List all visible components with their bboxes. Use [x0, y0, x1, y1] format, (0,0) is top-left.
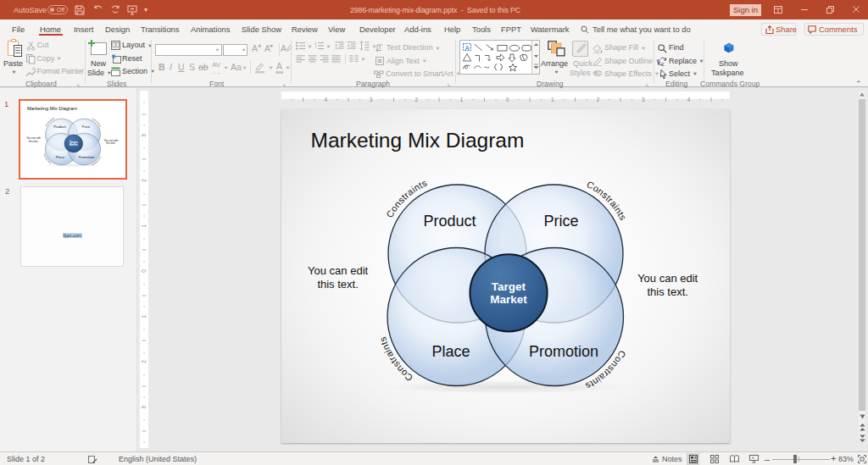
svg-text:3: 3 — [370, 97, 373, 102]
svg-text:3: 3 — [141, 134, 147, 137]
svg-text:3: 3 — [642, 97, 645, 102]
svg-text:1: 1 — [460, 97, 464, 102]
svg-text:4: 4 — [324, 97, 327, 102]
svg-text:2: 2 — [141, 179, 147, 182]
svg-text:1: 1 — [141, 224, 147, 228]
svg-text:A: A — [465, 44, 470, 52]
svg-text:c: c — [661, 61, 665, 67]
svg-text:2: 2 — [141, 360, 147, 363]
svg-text:3: 3 — [141, 406, 147, 409]
svg-text:0: 0 — [506, 97, 509, 102]
svg-text:2: 2 — [415, 97, 419, 102]
svg-text:2: 2 — [597, 97, 600, 102]
svg-text:1: 1 — [551, 97, 554, 102]
svg-text:1: 1 — [141, 315, 147, 318]
svg-text:4: 4 — [687, 97, 691, 102]
svg-text:0: 0 — [141, 269, 147, 273]
